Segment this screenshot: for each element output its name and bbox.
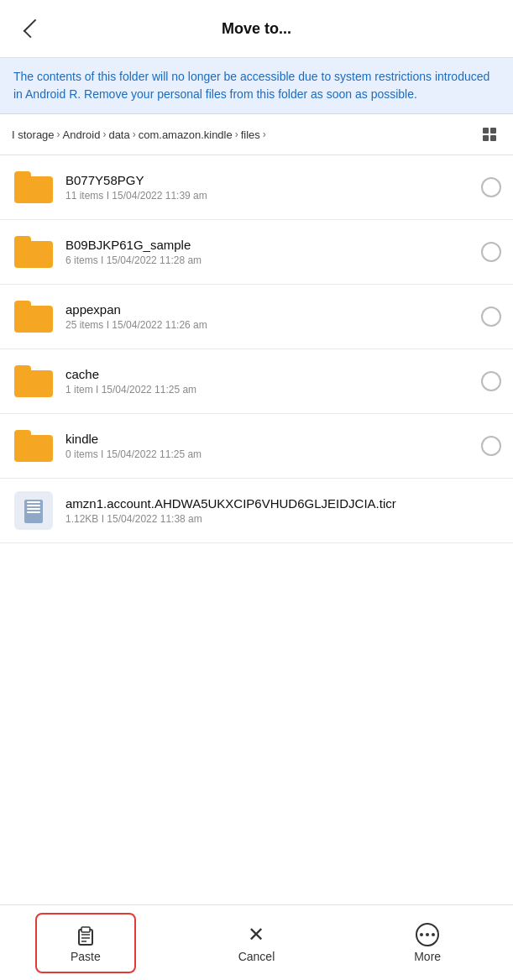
- grid-icon: [483, 128, 496, 141]
- breadcrumb-item-1[interactable]: Android: [63, 128, 101, 141]
- file-name: appexpan: [65, 302, 473, 317]
- bottom-toolbar: Paste ✕ Cancel More: [0, 904, 513, 980]
- file-info: B077Y58PGY 11 items I 15/04/2022 11:39 a…: [65, 173, 473, 202]
- more-label: More: [414, 950, 441, 963]
- bottom-spacer: [0, 543, 513, 627]
- select-radio[interactable]: [481, 177, 501, 197]
- file-meta: 1 item I 15/04/2022 11:25 am: [65, 384, 473, 396]
- paste-button[interactable]: Paste: [35, 913, 136, 973]
- breadcrumb-row: I storage › Android › data › com.amazon.…: [0, 114, 513, 155]
- folder-icon: [12, 359, 55, 403]
- paste-icon: [74, 923, 97, 946]
- cancel-button[interactable]: ✕ Cancel: [206, 913, 306, 973]
- file-name: cache: [65, 367, 473, 381]
- file-info: kindle 0 items I 15/04/2022 11:25 am: [65, 432, 473, 460]
- file-meta: 25 items I 15/04/2022 11:26 am: [65, 319, 473, 331]
- cancel-icon: ✕: [248, 923, 264, 946]
- file-info: cache 1 item I 15/04/2022 11:25 am: [65, 367, 473, 396]
- file-info: appexpan 25 items I 15/04/2022 11:26 am: [65, 302, 473, 331]
- list-item[interactable]: B09BJKP61G_sample 6 items I 15/04/2022 1…: [0, 220, 513, 285]
- folder-icon: [12, 295, 55, 338]
- select-radio[interactable]: [481, 436, 501, 456]
- breadcrumb-item-0[interactable]: I storage: [12, 128, 55, 141]
- back-button[interactable]: [13, 12, 47, 45]
- list-item[interactable]: cache 1 item I 15/04/2022 11:25 am: [0, 349, 513, 414]
- folder-icon: [12, 424, 55, 468]
- file-list: B077Y58PGY 11 items I 15/04/2022 11:39 a…: [0, 155, 513, 543]
- cancel-label: Cancel: [238, 950, 275, 963]
- breadcrumb[interactable]: I storage › Android › data › com.amazon.…: [12, 128, 478, 141]
- breadcrumb-item-4[interactable]: files: [241, 128, 260, 141]
- breadcrumb-item-2[interactable]: data: [108, 128, 129, 141]
- back-chevron-icon: [24, 19, 43, 39]
- select-radio[interactable]: [481, 307, 501, 327]
- file-meta: 1.12KB I 15/04/2022 11:38 am: [65, 513, 501, 525]
- paste-label: Paste: [71, 950, 101, 963]
- more-button[interactable]: More: [377, 913, 478, 973]
- file-meta: 0 items I 15/04/2022 11:25 am: [65, 448, 473, 460]
- svg-rect-1: [81, 927, 90, 932]
- file-name: B09BJKP61G_sample: [65, 238, 473, 252]
- breadcrumb-item-3[interactable]: com.amazon.kindle: [139, 128, 233, 141]
- header: Move to...: [0, 0, 513, 58]
- folder-icon: [12, 230, 55, 274]
- list-item[interactable]: kindle 0 items I 15/04/2022 11:25 am: [0, 414, 513, 479]
- list-item[interactable]: B077Y58PGY 11 items I 15/04/2022 11:39 a…: [0, 155, 513, 220]
- file-meta: 6 items I 15/04/2022 11:28 am: [65, 254, 473, 266]
- file-type-icon: [12, 489, 55, 532]
- list-item[interactable]: appexpan 25 items I 15/04/2022 11:26 am: [0, 285, 513, 349]
- folder-icon: [12, 165, 55, 209]
- file-info: B09BJKP61G_sample 6 items I 15/04/2022 1…: [65, 238, 473, 266]
- grid-view-button[interactable]: [478, 123, 501, 146]
- warning-banner: The contents of this folder will no long…: [0, 58, 513, 114]
- select-radio[interactable]: [481, 371, 501, 391]
- file-meta: 11 items I 15/04/2022 11:39 am: [65, 190, 473, 202]
- list-item[interactable]: amzn1.account.AHDWA5UKXCIP6VHUD6GLJEIDJC…: [0, 479, 513, 543]
- more-icon: [416, 923, 439, 946]
- file-name: B077Y58PGY: [65, 173, 473, 187]
- page-title: Move to...: [47, 20, 466, 38]
- file-name: amzn1.account.AHDWA5UKXCIP6VHUD6GLJEIDJC…: [65, 496, 501, 511]
- file-name: kindle: [65, 432, 473, 446]
- select-radio[interactable]: [481, 242, 501, 262]
- file-info: amzn1.account.AHDWA5UKXCIP6VHUD6GLJEIDJC…: [65, 496, 501, 525]
- warning-text: The contents of this folder will no long…: [13, 68, 500, 103]
